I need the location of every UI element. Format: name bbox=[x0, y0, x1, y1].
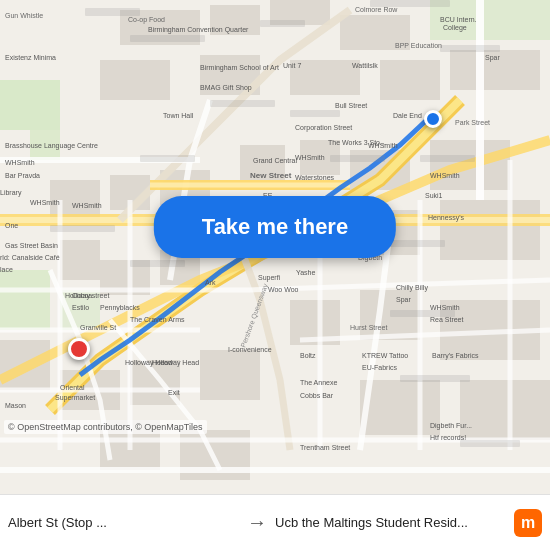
svg-rect-30 bbox=[200, 350, 260, 400]
svg-text:New Street: New Street bbox=[250, 171, 292, 180]
svg-text:Hennessy's: Hennessy's bbox=[428, 214, 464, 222]
svg-text:WHSmith: WHSmith bbox=[295, 154, 325, 161]
svg-text:Wattilslk: Wattilslk bbox=[352, 62, 378, 69]
svg-text:Exit: Exit bbox=[168, 389, 180, 396]
to-location[interactable]: Ucb the Maltings Student Resid... bbox=[275, 515, 506, 530]
svg-rect-42 bbox=[440, 45, 500, 52]
svg-rect-50 bbox=[390, 240, 445, 247]
svg-text:Htf records!: Htf records! bbox=[430, 434, 466, 441]
svg-rect-48 bbox=[50, 225, 115, 232]
svg-text:BPP Education: BPP Education bbox=[395, 42, 442, 49]
svg-text:Woo Woo: Woo Woo bbox=[268, 286, 299, 293]
svg-text:Corporation Street: Corporation Street bbox=[295, 124, 352, 132]
svg-text:Boltz: Boltz bbox=[300, 352, 316, 359]
svg-rect-35 bbox=[460, 380, 550, 440]
svg-text:WHSmith: WHSmith bbox=[30, 199, 60, 206]
svg-text:Unit 7: Unit 7 bbox=[283, 62, 301, 69]
svg-text:BMAG Gift Shop: BMAG Gift Shop bbox=[200, 84, 252, 92]
svg-rect-24 bbox=[60, 240, 100, 280]
svg-rect-23 bbox=[440, 200, 540, 260]
svg-text:Waterstones: Waterstones bbox=[295, 174, 335, 181]
svg-text:EU-Fabrics: EU-Fabrics bbox=[362, 364, 398, 371]
svg-text:BCU Intern.: BCU Intern. bbox=[440, 16, 477, 23]
svg-rect-4 bbox=[0, 270, 50, 330]
from-location-text: Albert St (Stop ... bbox=[8, 515, 107, 530]
svg-text:Oriental: Oriental bbox=[60, 384, 85, 391]
svg-text:WHSmith: WHSmith bbox=[430, 304, 460, 311]
moovit-icon: m bbox=[514, 509, 542, 537]
svg-rect-44 bbox=[210, 100, 275, 107]
svg-rect-39 bbox=[130, 35, 205, 42]
svg-text:Birmingham Convention Quarter: Birmingham Convention Quarter bbox=[148, 26, 249, 34]
svg-text:The Annexe: The Annexe bbox=[300, 379, 337, 386]
svg-text:Dale End: Dale End bbox=[393, 112, 422, 119]
svg-text:Ark: Ark bbox=[205, 279, 216, 286]
bottom-bar: Albert St (Stop ... → Ucb the Maltings S… bbox=[0, 494, 550, 550]
svg-text:I-convenience: I-convenience bbox=[228, 346, 272, 353]
svg-text:Brasshouse Language Centre: Brasshouse Language Centre bbox=[5, 142, 98, 150]
svg-rect-52 bbox=[400, 375, 470, 382]
svg-rect-49 bbox=[130, 260, 185, 267]
arrow-icon: → bbox=[239, 511, 275, 534]
svg-text:WHSmith: WHSmith bbox=[5, 159, 35, 166]
svg-text:The Works 3 Sto...: The Works 3 Sto... bbox=[328, 139, 386, 146]
svg-text:Holloway Head: Holloway Head bbox=[152, 359, 199, 367]
svg-text:Supermarket: Supermarket bbox=[55, 394, 95, 402]
svg-text:Grand Central: Grand Central bbox=[253, 157, 297, 164]
svg-text:College: College bbox=[443, 24, 467, 32]
svg-text:Bull Street: Bull Street bbox=[335, 102, 367, 109]
svg-text:WHSmith: WHSmith bbox=[72, 202, 102, 209]
copyright-text: © OpenStreetMap contributors, © OpenMapT… bbox=[4, 420, 207, 434]
svg-text:Mason: Mason bbox=[5, 402, 26, 409]
svg-rect-45 bbox=[290, 110, 340, 117]
svg-text:Spar: Spar bbox=[485, 54, 500, 62]
svg-text:Library: Library bbox=[0, 189, 22, 197]
svg-text:Gas Street Basin: Gas Street Basin bbox=[5, 242, 58, 249]
svg-text:Chilly Billy: Chilly Billy bbox=[396, 284, 428, 292]
svg-text:lace: lace bbox=[0, 266, 13, 273]
svg-text:Digbeth Fur...: Digbeth Fur... bbox=[430, 422, 472, 430]
svg-text:Trentham Street: Trentham Street bbox=[300, 444, 350, 451]
svg-text:rld: Canalside Café: rld: Canalside Café bbox=[0, 254, 60, 261]
map-container: Colmore Row Park Street New Street Suffo… bbox=[0, 0, 550, 494]
svg-text:One: One bbox=[5, 222, 18, 229]
svg-rect-53 bbox=[460, 440, 520, 447]
svg-rect-38 bbox=[85, 8, 140, 16]
svg-text:Yashe: Yashe bbox=[296, 269, 315, 276]
svg-text:Park Street: Park Street bbox=[455, 119, 490, 126]
destination-pin bbox=[68, 338, 90, 360]
svg-text:Hurst Street: Hurst Street bbox=[350, 324, 387, 331]
from-location[interactable]: Albert St (Stop ... bbox=[8, 515, 239, 530]
moovit-logo[interactable]: m bbox=[506, 509, 542, 537]
svg-rect-14 bbox=[100, 60, 170, 100]
svg-text:Gun Whistle: Gun Whistle bbox=[5, 12, 43, 19]
svg-text:Cocoa: Cocoa bbox=[72, 292, 92, 299]
svg-text:Town Hall: Town Hall bbox=[163, 112, 194, 119]
svg-text:Birmingham School of Art: Birmingham School of Art bbox=[200, 64, 279, 72]
svg-text:Colmore Row: Colmore Row bbox=[355, 6, 398, 13]
svg-text:Co-op Food: Co-op Food bbox=[128, 16, 165, 24]
svg-text:Superfi: Superfi bbox=[258, 274, 281, 282]
svg-text:Granville St: Granville St bbox=[80, 324, 116, 331]
destination-pin-circle bbox=[68, 338, 90, 360]
svg-text:Pennyblacks: Pennyblacks bbox=[100, 304, 140, 312]
svg-text:Estilo: Estilo bbox=[72, 304, 89, 311]
svg-rect-11 bbox=[380, 60, 440, 100]
svg-text:WHSmith: WHSmith bbox=[430, 172, 460, 179]
svg-text:Existenz Minima: Existenz Minima bbox=[5, 54, 56, 61]
svg-rect-34 bbox=[360, 380, 440, 435]
svg-rect-46 bbox=[330, 155, 385, 162]
svg-text:Rea Street: Rea Street bbox=[430, 316, 464, 323]
svg-text:Spar: Spar bbox=[396, 296, 411, 304]
svg-text:Suki1: Suki1 bbox=[425, 192, 443, 199]
svg-rect-40 bbox=[260, 20, 305, 27]
start-location-dot bbox=[424, 110, 442, 128]
svg-text:Cobbs Bar: Cobbs Bar bbox=[300, 392, 334, 399]
svg-rect-1 bbox=[0, 80, 60, 130]
svg-text:Barry's Fabrics: Barry's Fabrics bbox=[432, 352, 479, 360]
svg-rect-43 bbox=[140, 155, 195, 162]
to-location-text: Ucb the Maltings Student Resid... bbox=[275, 515, 468, 530]
svg-text:KTREW Tattoo: KTREW Tattoo bbox=[362, 352, 408, 359]
svg-rect-47 bbox=[420, 155, 475, 162]
take-me-there-button[interactable]: Take me there bbox=[154, 196, 396, 258]
